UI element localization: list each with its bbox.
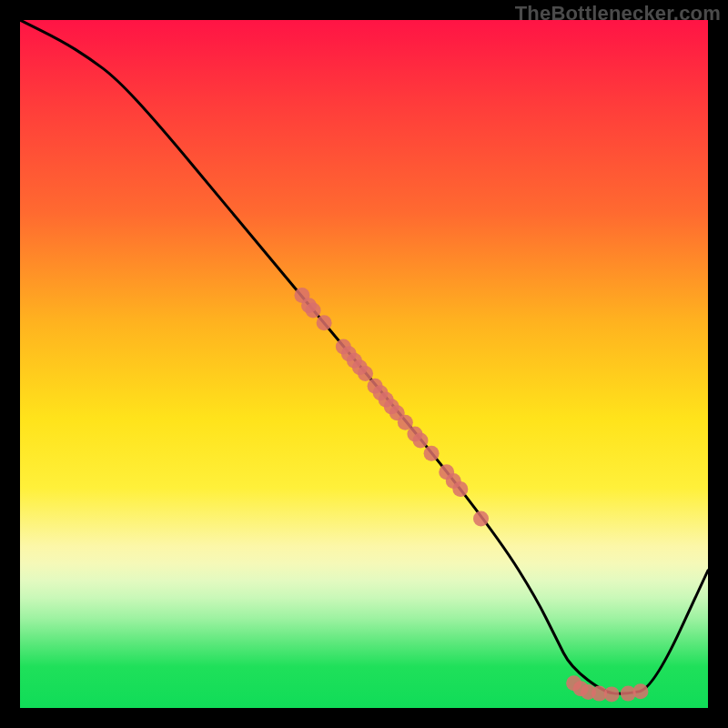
chart-plot-area bbox=[20, 20, 708, 708]
scatter-mid-cluster bbox=[294, 288, 489, 527]
data-point bbox=[604, 686, 620, 702]
bottleneck-curve bbox=[20, 20, 708, 693]
watermark-label: TheBottlenecker.com bbox=[515, 2, 721, 25]
data-point bbox=[317, 315, 332, 330]
data-point bbox=[424, 446, 440, 461]
data-point bbox=[473, 511, 489, 527]
data-point bbox=[412, 432, 428, 448]
scatter-valley-cluster bbox=[566, 675, 648, 702]
chart-stage: TheBottlenecker.com bbox=[0, 0, 728, 728]
data-point bbox=[358, 366, 373, 381]
data-point bbox=[452, 481, 468, 497]
data-point bbox=[632, 683, 648, 699]
chart-svg bbox=[20, 20, 708, 708]
data-point bbox=[306, 303, 321, 318]
